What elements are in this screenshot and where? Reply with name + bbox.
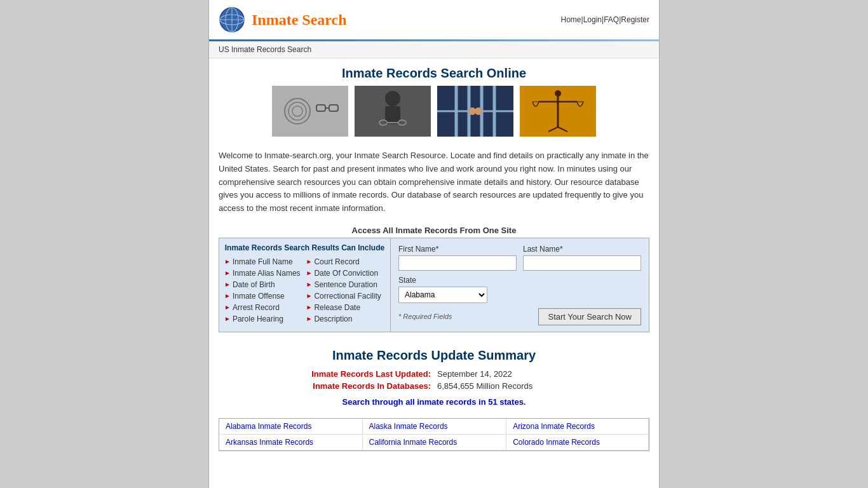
state-record-cell[interactable]: Alaska Inmate Records: [362, 419, 506, 435]
states-table: Alabama Inmate RecordsAlaska Inmate Reco…: [219, 418, 649, 451]
update-title: Inmate Records Update Summary: [219, 348, 649, 363]
photo-handcuffs: [272, 86, 348, 137]
page-title: Inmate Records Search Online: [209, 58, 659, 86]
nav-login[interactable]: Login: [583, 15, 602, 24]
svg-point-13: [385, 91, 400, 106]
arrow-icon: ►: [224, 304, 231, 311]
state-group: State AlabamaAlaskaArizonaArkansasCalifo…: [398, 276, 641, 303]
arrow-icon: ►: [306, 269, 313, 276]
field-item: ►Correctional Facility: [306, 292, 386, 301]
breadcrumb: US Inmate Records Search: [209, 41, 659, 58]
in-databases-label: Inmate Records In Databases:: [291, 381, 431, 391]
last-updated-row: Inmate Records Last Updated: September 1…: [219, 369, 649, 379]
last-updated-value: September 14, 2022: [437, 369, 577, 379]
field-item: ►Inmate Offense: [224, 292, 304, 301]
state-label: State: [398, 276, 641, 285]
field-item: ►Date Of Conviction: [306, 269, 386, 278]
update-summary: Inmate Records Update Summary Inmate Rec…: [209, 339, 659, 418]
photo-justice: [520, 86, 596, 137]
arrow-icon: ►: [224, 269, 231, 276]
arrow-icon: ►: [306, 315, 313, 322]
nav-register[interactable]: Register: [621, 15, 649, 24]
svg-point-25: [475, 107, 482, 115]
last-name-label: Last Name*: [523, 245, 641, 254]
state-record-cell[interactable]: Arkansas Inmate Records: [219, 434, 362, 450]
states-records-table: Alabama Inmate RecordsAlaska Inmate Reco…: [219, 419, 649, 451]
field-item: ►Arrest Record: [224, 303, 304, 312]
field-list: ►Inmate Full Name►Court Record►Inmate Al…: [224, 257, 385, 323]
state-record-cell[interactable]: California Inmate Records: [362, 434, 506, 450]
arrow-icon: ►: [306, 304, 313, 311]
field-item: ►Parole Hearing: [224, 315, 304, 323]
arrow-icon: ►: [306, 292, 313, 299]
left-panel: Inmate Records Search Results Can Includ…: [219, 238, 391, 332]
access-line: Access All Inmate Records From One Site: [209, 222, 659, 238]
state-record-cell[interactable]: Colorado Inmate Records: [506, 434, 649, 450]
search-section: Inmate Records Search Results Can Includ…: [219, 238, 649, 332]
search-states-link[interactable]: Search through all inmate records in 51 …: [219, 397, 649, 407]
header: Inmate Search Home|Login|FAQ|Register: [209, 0, 659, 39]
field-item: ►Inmate Alias Names: [224, 269, 304, 278]
images-row: [209, 86, 659, 143]
photo-arrest: [355, 86, 431, 137]
arrow-icon: ►: [224, 281, 231, 288]
first-name-label: First Name*: [398, 245, 517, 254]
form-state-row: State AlabamaAlaskaArizonaArkansasCalifo…: [398, 276, 641, 303]
nav-links: Home|Login|FAQ|Register: [561, 15, 649, 24]
nav-home[interactable]: Home: [561, 15, 581, 24]
left-panel-title: Inmate Records Search Results Can Includ…: [224, 243, 385, 252]
state-select[interactable]: AlabamaAlaskaArizonaArkansasCaliforniaCo…: [398, 287, 487, 303]
arrow-icon: ►: [306, 258, 313, 265]
form-name-row: First Name* Last Name*: [398, 245, 641, 271]
right-panel: First Name* Last Name* State AlabamaAlas…: [391, 238, 649, 332]
required-note: * Required Fields: [398, 313, 452, 320]
photo-bars: [437, 86, 513, 137]
svg-rect-14: [385, 106, 400, 124]
arrow-icon: ►: [224, 258, 231, 265]
field-item: ►Inmate Full Name: [224, 257, 304, 266]
first-name-group: First Name*: [398, 245, 517, 271]
logo-area: Inmate Search: [219, 6, 347, 33]
arrow-icon: ►: [224, 292, 231, 299]
description: Welcome to Inmate-search.org, your Inmat…: [209, 143, 659, 222]
arrow-icon: ►: [306, 281, 313, 288]
field-item: ►Date of Birth: [224, 280, 304, 289]
globe-icon: [219, 6, 245, 33]
site-title: Inmate Search: [252, 11, 347, 29]
form-bottom-row: * Required Fields Start Your Search Now: [398, 308, 641, 325]
field-item: ►Release Date: [306, 303, 386, 312]
field-item: ►Description: [306, 315, 386, 323]
last-updated-label: Inmate Records Last Updated:: [291, 369, 431, 379]
in-databases-row: Inmate Records In Databases: 6,854,655 M…: [219, 381, 649, 391]
field-item: ►Sentence Duration: [306, 280, 386, 289]
field-item: ►Court Record: [306, 257, 386, 266]
nav-faq[interactable]: FAQ: [604, 15, 619, 24]
last-name-group: Last Name*: [523, 245, 641, 271]
state-record-cell[interactable]: Arizona Inmate Records: [506, 419, 649, 435]
state-record-cell[interactable]: Alabama Inmate Records: [219, 419, 362, 435]
first-name-input[interactable]: [398, 255, 517, 271]
last-name-input[interactable]: [523, 255, 641, 271]
in-databases-value: 6,854,655 Million Records: [437, 381, 577, 391]
search-button[interactable]: Start Your Search Now: [538, 308, 641, 325]
arrow-icon: ►: [224, 315, 231, 322]
